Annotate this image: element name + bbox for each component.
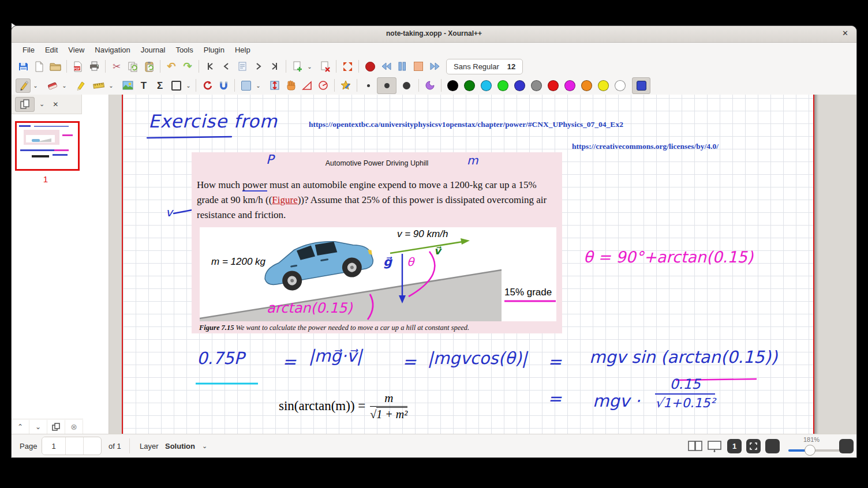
setsquare-button[interactable] (300, 78, 315, 93)
page-number-input[interactable]: 1 (42, 437, 65, 455)
ruler-tool-button[interactable] (91, 78, 106, 93)
tex-tool-icon: Σ (157, 81, 163, 91)
fit-page-button[interactable]: 1 (727, 439, 742, 453)
eraser-dropdown[interactable]: ⌄ (60, 78, 69, 93)
page-decrement-button[interactable] (65, 437, 83, 455)
sidebar: ⌄ ✕ 1 ⌃ ⌄ (12, 95, 109, 434)
menu-help[interactable]: Help (230, 44, 256, 55)
ruler-dropdown[interactable]: ⌄ (107, 78, 115, 93)
fullscreen-button[interactable] (340, 59, 355, 74)
thickness-medium-button[interactable] (377, 77, 396, 94)
add-page-button[interactable] (290, 59, 305, 74)
menu-view[interactable]: View (63, 44, 89, 55)
color-orange[interactable] (581, 80, 592, 91)
insert-image-button[interactable] (120, 78, 135, 93)
new-document-button[interactable] (32, 59, 47, 74)
sidebar-delete-button[interactable]: ⊗ (65, 420, 83, 434)
color-yellow[interactable] (598, 80, 609, 91)
export-pdf-button[interactable]: PDF (70, 59, 85, 74)
pen-tool-button[interactable] (16, 78, 31, 93)
select-region-dropdown[interactable]: ⌄ (254, 78, 263, 93)
tex-tool-button[interactable]: Σ (152, 78, 167, 93)
license-url-link[interactable]: https://creativecommons.org/licenses/by/… (572, 142, 719, 151)
thickness-fine-button[interactable] (361, 78, 376, 93)
last-page-button[interactable] (267, 59, 282, 74)
eraser-tool-button[interactable] (44, 78, 59, 93)
forward-button[interactable] (427, 59, 442, 74)
page-spinner: 1 (42, 437, 102, 455)
menubar: File Edit View Navigation Journal Tools … (12, 43, 856, 57)
compass-button[interactable] (316, 78, 331, 93)
copy-button[interactable] (125, 59, 140, 74)
record-button[interactable] (362, 59, 377, 74)
figure-link[interactable]: Figure (272, 194, 297, 205)
sidebar-down-button[interactable]: ⌄ (29, 420, 47, 434)
next-page-button[interactable] (251, 59, 266, 74)
hand-tool-button[interactable] (283, 78, 298, 93)
first-page-button[interactable] (203, 59, 218, 74)
cut-button[interactable]: ✂ (109, 59, 124, 74)
rewind-button[interactable] (379, 59, 394, 74)
menu-file[interactable]: File (17, 44, 40, 55)
pen-dropdown[interactable]: ⌄ (31, 78, 40, 93)
sidebar-panel-dropdown[interactable]: ⌄ (39, 101, 44, 107)
sidebar-close-button[interactable]: ✕ (53, 101, 58, 108)
titlebar[interactable]: note-taking.xopp - Xournal++ ✕ (12, 26, 856, 43)
paste-button[interactable] (141, 59, 156, 74)
sidebar-pages-tab[interactable] (15, 97, 35, 112)
color-green[interactable] (497, 80, 508, 91)
customize-toolbar-button[interactable] (338, 78, 353, 93)
page-increment-button[interactable] (83, 437, 101, 455)
snap-button[interactable] (216, 78, 231, 93)
add-page-dropdown[interactable]: ⌄ (305, 59, 314, 74)
select-region-button[interactable] (238, 78, 253, 93)
zoom-in-button[interactable] (839, 439, 854, 453)
open-button[interactable] (48, 59, 63, 74)
vertical-space-button[interactable] (267, 78, 282, 93)
zoom-slider-thumb[interactable] (805, 445, 815, 456)
thickness-thick-button[interactable] (398, 78, 415, 93)
presentation-button[interactable] (708, 434, 721, 457)
redo-button[interactable]: ↷ (180, 59, 195, 74)
shape-recognizer-button[interactable] (200, 78, 215, 93)
menu-plugin[interactable]: Plugin (199, 44, 230, 55)
fit-width-button[interactable] (746, 439, 761, 453)
window-close-button[interactable]: ✕ (842, 29, 848, 37)
undo-button[interactable]: ↶ (164, 59, 179, 74)
menu-edit[interactable]: Edit (40, 44, 63, 55)
pause-button[interactable] (395, 59, 410, 74)
fill-button[interactable] (422, 78, 437, 93)
color-black[interactable] (447, 80, 458, 91)
stop-button[interactable] (411, 59, 426, 74)
mass-label: m = 1200 kg (211, 256, 265, 268)
menu-journal[interactable]: Journal (136, 44, 171, 55)
color-magenta[interactable] (564, 80, 575, 91)
save-button[interactable] (16, 59, 31, 74)
source-url-link[interactable]: https://opentextbc.ca/universityphysicsv… (309, 120, 623, 129)
dual-page-button[interactable] (688, 434, 703, 457)
layer-selector[interactable]: Solution (165, 434, 195, 457)
layer-dropdown[interactable]: ⌄ (202, 434, 207, 457)
print-button[interactable] (87, 59, 102, 74)
select-rect-button[interactable] (169, 78, 184, 93)
sidebar-duplicate-button[interactable] (47, 420, 65, 434)
color-red[interactable] (548, 80, 559, 91)
color-green-dark[interactable] (464, 80, 475, 91)
color-picker-button[interactable] (632, 77, 650, 94)
color-blue[interactable] (514, 80, 525, 91)
font-button[interactable]: Sans Regular 12 (446, 59, 523, 74)
color-cyan[interactable] (481, 80, 492, 91)
highlighter-tool-button[interactable] (73, 78, 88, 93)
menu-navigation[interactable]: Navigation (89, 44, 135, 55)
zoom-out-button[interactable] (765, 439, 780, 453)
previous-page-button[interactable] (219, 59, 234, 74)
sidebar-up-button[interactable]: ⌃ (12, 420, 29, 434)
goto-page-button[interactable] (235, 59, 250, 74)
menu-tools[interactable]: Tools (170, 44, 198, 55)
text-tool-button[interactable]: T (136, 78, 151, 93)
color-gray[interactable] (531, 80, 542, 91)
color-white[interactable] (615, 80, 626, 91)
delete-page-button[interactable] (317, 59, 332, 74)
select-dropdown[interactable]: ⌄ (184, 78, 193, 93)
page-thumbnail[interactable] (15, 121, 80, 171)
